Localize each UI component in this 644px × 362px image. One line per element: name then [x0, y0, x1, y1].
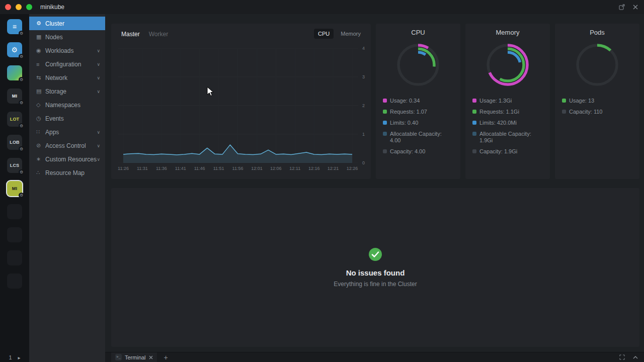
settings-badge-icon[interactable]: ⚙: [19, 169, 24, 175]
settings-badge-icon[interactable]: ⚙: [19, 77, 24, 82]
sidebar-item-nodes[interactable]: ▦Nodes: [29, 30, 105, 44]
hotbar-empty-slot: [7, 204, 22, 219]
card-title: Pods: [590, 29, 605, 36]
hotbar-empty-slot: [7, 250, 22, 265]
sidebar-item-resource-map[interactable]: ∴Resource Map: [29, 166, 105, 179]
x-axis-tick: 12:06: [270, 166, 282, 171]
sidebar-item-workloads[interactable]: ◉Workloads∨: [29, 44, 105, 57]
pods-metrics-card: PodsUsage: 13Capacity: 110: [555, 24, 639, 179]
hotbar-item-cluster-lcs[interactable]: LCS⚙: [7, 158, 22, 173]
legend-color-swatch: [383, 121, 387, 125]
settings-badge-icon[interactable]: ⚙: [19, 193, 24, 198]
legend-item: Requests: 1.1Gi: [472, 109, 543, 115]
x-axis: 11:2611:3111:3611:4111:4611:5111:5612:01…: [118, 166, 358, 172]
cluster-overview: Master Worker CPU Memory 11:2611:3111:36…: [105, 14, 644, 352]
tab-worker[interactable]: Worker: [149, 31, 168, 38]
cluster-usage-chart-card: Master Worker CPU Memory 11:2611:3111:36…: [111, 24, 371, 179]
metric-toggle-memory[interactable]: Memory: [337, 29, 365, 39]
app-window: minikube ≡⚙⚙⚙⚙MI⚙LOT⚙LOB⚙LCS⚙MI⚙ 1 ▸ ⚙Cl…: [0, 0, 644, 362]
memory-legend: Usage: 1.3GiRequests: 1.1GiLimits: 420.0…: [465, 98, 550, 159]
hotbar-empty-slot: [7, 274, 22, 289]
sidebar-item-label: Configuration: [45, 61, 97, 68]
hotbar-item-cluster-lob[interactable]: LOB⚙: [7, 135, 22, 150]
chevron-up-icon[interactable]: [633, 356, 638, 359]
metric-toggle-cpu[interactable]: CPU: [314, 29, 334, 39]
apps-icon: ∷: [36, 129, 45, 135]
sidebar-item-network[interactable]: ⇆Network∨: [29, 71, 105, 84]
sidebar-item-custom-resources[interactable]: ∗Custom Resources∨: [29, 152, 105, 166]
sidebar-item-configuration[interactable]: ≡Configuration∨: [29, 57, 105, 71]
configuration-icon: ≡: [36, 61, 45, 67]
hotbar-item-catalog[interactable]: ≡⚙: [7, 19, 22, 34]
x-axis-tick: 12:26: [347, 166, 358, 171]
legend-label: Usage: 0.34: [390, 98, 420, 104]
x-axis-tick: 12:21: [328, 166, 339, 171]
minimize-window-button[interactable]: [16, 4, 22, 10]
y-axis-tick: 2: [362, 103, 365, 108]
expand-dock-icon[interactable]: [619, 354, 625, 360]
sidebar-item-label: Events: [45, 115, 100, 122]
chevron-down-icon[interactable]: ∨: [97, 157, 100, 162]
x-axis-tick: 12:01: [251, 166, 263, 171]
sidebar-item-access-control[interactable]: ⊘Access Control∨: [29, 139, 105, 152]
legend-label: Allocatable Capacity: 1.9Gi: [479, 131, 543, 144]
chevron-down-icon[interactable]: ∨: [97, 130, 100, 135]
sidebar-item-label: Nodes: [45, 34, 100, 41]
settings-badge-icon[interactable]: ⚙: [19, 100, 24, 106]
sidebar-item-storage[interactable]: ▤Storage∨: [29, 84, 105, 98]
settings-badge-icon[interactable]: ⚙: [19, 54, 24, 59]
chevron-down-icon[interactable]: ∨: [97, 62, 100, 67]
legend-item: Capacity: 110: [562, 109, 632, 115]
sidebar-item-apps[interactable]: ∷Apps∨: [29, 125, 105, 139]
close-tab-icon[interactable]: [633, 5, 638, 10]
sidebar-item-label: Namespaces: [45, 102, 100, 109]
hotbar-item-cluster-mi-active[interactable]: MI⚙: [7, 181, 22, 196]
pods-legend: Usage: 13Capacity: 110: [555, 98, 639, 120]
dock-bar: >_ Terminal +: [105, 352, 644, 362]
sidebar-item-label: Cluster: [45, 20, 100, 27]
new-terminal-tab-button[interactable]: +: [164, 354, 168, 361]
legend-item: Allocatable Capacity: 4.00: [383, 131, 453, 144]
close-terminal-icon[interactable]: [149, 355, 153, 359]
status-subtitle: Everything is fine in the Cluster: [334, 281, 417, 288]
sidebar-item-label: Network: [45, 74, 97, 81]
settings-badge-icon[interactable]: ⚙: [19, 123, 24, 129]
legend-item: Usage: 1.3Gi: [472, 98, 543, 104]
settings-badge-icon[interactable]: ⚙: [19, 31, 24, 36]
y-axis-tick: 3: [362, 74, 365, 79]
sidebar-item-cluster[interactable]: ⚙Cluster: [29, 17, 105, 30]
chevron-down-icon[interactable]: ∨: [97, 89, 100, 94]
tab-master[interactable]: Master: [121, 31, 140, 38]
hotbar-next-page-icon[interactable]: ▸: [18, 355, 21, 360]
sidebar-item-namespaces[interactable]: ◇Namespaces: [29, 98, 105, 112]
legend-item: Usage: 13: [562, 98, 632, 104]
cpu-usage-line-chart[interactable]: [118, 48, 358, 163]
zoom-window-button[interactable]: [26, 4, 32, 10]
hotbar-item-preferences[interactable]: ⚙⚙: [7, 42, 22, 57]
titlebar-actions: [619, 0, 638, 14]
sidebar-item-events[interactable]: ◷Events: [29, 112, 105, 125]
card-title: Memory: [496, 29, 520, 36]
hotbar-item-app-logo[interactable]: ⚙: [7, 65, 22, 80]
legend-color-swatch: [562, 110, 566, 114]
legend-item: Capacity: 4.00: [383, 148, 453, 155]
hotbar-item-cluster-lot[interactable]: LOT⚙: [7, 112, 22, 127]
hotbar-empty-slots: [7, 204, 22, 297]
y-axis-tick: 4: [362, 46, 365, 51]
settings-badge-icon[interactable]: ⚙: [19, 146, 24, 152]
close-window-button[interactable]: [5, 4, 11, 10]
resource-map-icon: ∴: [36, 169, 45, 176]
chevron-down-icon[interactable]: ∨: [97, 48, 100, 53]
legend-color-swatch: [472, 149, 476, 153]
legend-item: Allocatable Capacity: 1.9Gi: [472, 131, 543, 144]
hotbar-item-cluster-mi[interactable]: MI⚙: [7, 88, 22, 104]
legend-label: Limits: 0.40: [390, 120, 418, 126]
legend-color-swatch: [383, 110, 387, 114]
open-in-new-window-icon[interactable]: [619, 4, 625, 10]
chevron-down-icon[interactable]: ∨: [97, 143, 100, 148]
dock-right-actions: [619, 354, 638, 360]
terminal-tab[interactable]: >_ Terminal: [111, 352, 157, 362]
chevron-down-icon[interactable]: ∨: [97, 75, 100, 80]
cpu-metrics-card: CPUUsage: 0.34Requests: 1.07Limits: 0.40…: [376, 24, 460, 179]
legend-color-swatch: [383, 132, 387, 136]
